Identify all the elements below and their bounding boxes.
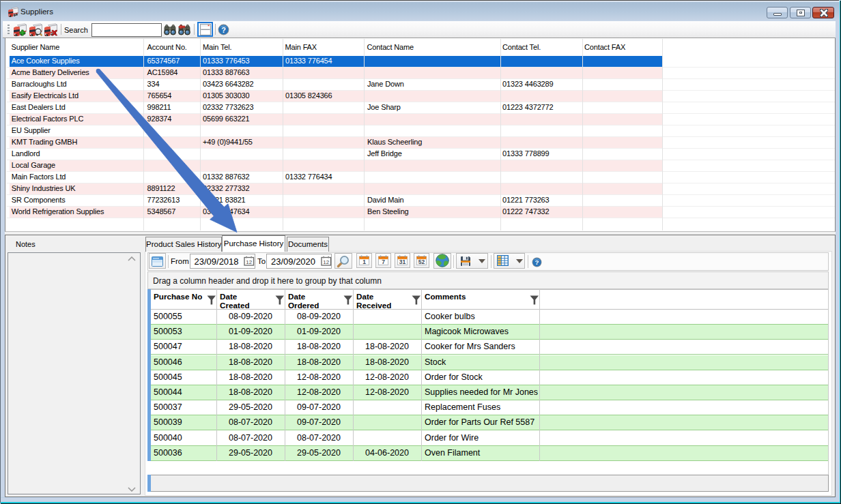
svg-text:7: 7: [382, 258, 385, 265]
svg-text:52: 52: [418, 258, 425, 265]
svg-text:12: 12: [246, 259, 252, 265]
svg-text:12: 12: [323, 259, 329, 265]
svg-text:31: 31: [399, 258, 406, 265]
svg-text:?: ?: [221, 26, 226, 34]
svg-text:1: 1: [362, 258, 366, 265]
svg-text:?: ?: [535, 258, 539, 266]
